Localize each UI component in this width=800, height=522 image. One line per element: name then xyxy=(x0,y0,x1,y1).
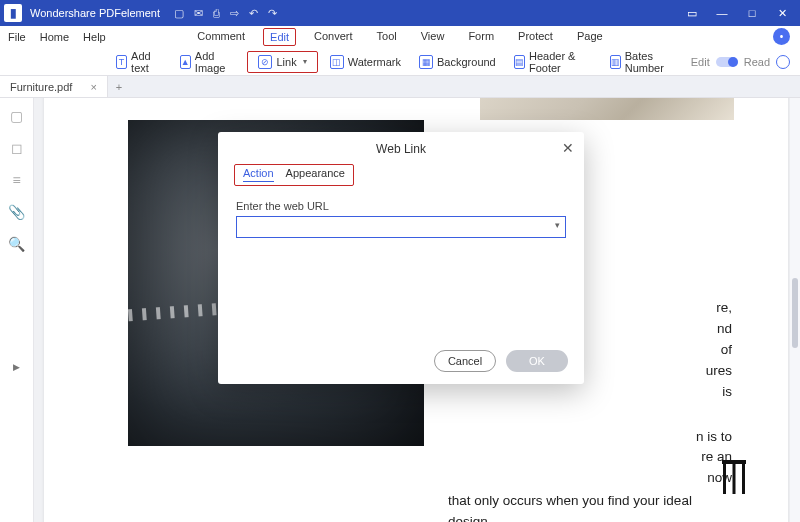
dialog-close-icon[interactable]: ✕ xyxy=(562,140,574,156)
bates-number-button[interactable]: ▥Bates Number xyxy=(604,48,685,76)
web-link-dialog: Web Link ✕ Action Appearance Enter the w… xyxy=(218,132,584,384)
menu-protect[interactable]: Protect xyxy=(512,28,559,46)
url-label: Enter the web URL xyxy=(236,200,566,212)
search-icon[interactable]: 🔍 xyxy=(8,236,25,252)
comments-icon[interactable]: ≡ xyxy=(12,172,20,188)
menu-page[interactable]: Page xyxy=(571,28,609,46)
menu-home[interactable]: Home xyxy=(40,31,69,43)
app-logo: ▮ xyxy=(4,4,22,22)
side-toolbar: ▢ ◻ ≡ 📎 🔍 ▶ xyxy=(0,98,34,522)
titlebar: ▮ Wondershare PDFelement ▢ ✉ ⎙ ⇨ ↶ ↷ ▭ ―… xyxy=(0,0,800,26)
maximize-icon[interactable]: □ xyxy=(738,3,766,23)
menu-comment[interactable]: Comment xyxy=(191,28,251,46)
mail-icon[interactable]: ⎙ xyxy=(213,7,220,20)
background-icon: ▦ xyxy=(419,55,433,69)
scrollbar-thumb[interactable] xyxy=(792,278,798,348)
add-image-button[interactable]: ▲Add Image xyxy=(174,48,242,76)
watermark-button[interactable]: ◫Watermark xyxy=(324,53,407,71)
menubar: File Home Help Comment Edit Convert Tool… xyxy=(0,26,800,48)
undo-icon[interactable]: ↶ xyxy=(249,7,258,20)
read-mode-label: Read xyxy=(744,56,770,68)
redo-icon[interactable]: ↷ xyxy=(268,7,277,20)
edit-mode-label: Edit xyxy=(691,56,710,68)
link-button[interactable]: ⊘Link▾ xyxy=(247,51,317,73)
tab-appearance[interactable]: Appearance xyxy=(286,167,345,182)
menu-file[interactable]: File xyxy=(8,31,26,43)
document-top-image xyxy=(480,98,734,120)
link-icon: ⊘ xyxy=(258,55,272,69)
url-input[interactable] xyxy=(236,216,566,238)
tab-title: Furniture.pdf xyxy=(10,81,72,93)
quick-access: ▢ ✉ ⎙ ⇨ ↶ ↷ xyxy=(174,7,277,20)
edit-read-toggle[interactable] xyxy=(716,57,738,67)
vertical-scrollbar[interactable] xyxy=(790,98,800,522)
cancel-button[interactable]: Cancel xyxy=(434,350,496,372)
save-icon[interactable]: ✉ xyxy=(194,7,203,20)
document-tab[interactable]: Furniture.pdf × xyxy=(0,76,108,97)
stool-graphic xyxy=(720,460,748,494)
add-text-button[interactable]: TAdd text xyxy=(110,48,168,76)
menu-convert[interactable]: Convert xyxy=(308,28,359,46)
watermark-icon: ◫ xyxy=(330,55,344,69)
header-footer-button[interactable]: ▤Header & Footer xyxy=(508,48,598,76)
tab-action[interactable]: Action xyxy=(243,167,274,182)
dialog-title: Web Link xyxy=(218,132,584,164)
menu-help[interactable]: Help xyxy=(83,31,106,43)
image-icon: ▲ xyxy=(180,55,191,69)
edit-ribbon: TAdd text ▲Add Image ⊘Link▾ ◫Watermark ▦… xyxy=(0,48,800,76)
settings-icon[interactable] xyxy=(776,55,790,69)
window-extra-icon[interactable]: ▭ xyxy=(678,3,706,23)
print-icon[interactable]: ⇨ xyxy=(230,7,239,20)
bookmark-icon[interactable]: ◻ xyxy=(11,140,23,156)
attachment-icon[interactable]: 📎 xyxy=(8,204,25,220)
thumbnail-icon[interactable]: ▢ xyxy=(10,108,23,124)
text-icon: T xyxy=(116,55,127,69)
app-title: Wondershare PDFelement xyxy=(30,7,160,19)
menu-tool[interactable]: Tool xyxy=(371,28,403,46)
expand-panel-icon[interactable]: ▶ xyxy=(13,362,20,372)
chevron-down-icon: ▾ xyxy=(303,57,307,66)
ok-button[interactable]: OK xyxy=(506,350,568,372)
open-icon[interactable]: ▢ xyxy=(174,7,184,20)
menu-view[interactable]: View xyxy=(415,28,451,46)
user-avatar-icon[interactable]: • xyxy=(773,28,790,45)
document-tabs: Furniture.pdf × + xyxy=(0,76,800,98)
bates-icon: ▥ xyxy=(610,55,621,69)
dialog-tabs: Action Appearance xyxy=(234,164,354,186)
menu-form[interactable]: Form xyxy=(462,28,500,46)
add-tab-button[interactable]: + xyxy=(108,81,130,93)
tab-close-icon[interactable]: × xyxy=(90,81,96,93)
menu-edit[interactable]: Edit xyxy=(263,28,296,46)
background-button[interactable]: ▦Background xyxy=(413,53,502,71)
header-footer-icon: ▤ xyxy=(514,55,525,69)
close-window-icon[interactable]: ✕ xyxy=(768,3,796,23)
minimize-icon[interactable]: ― xyxy=(708,3,736,23)
